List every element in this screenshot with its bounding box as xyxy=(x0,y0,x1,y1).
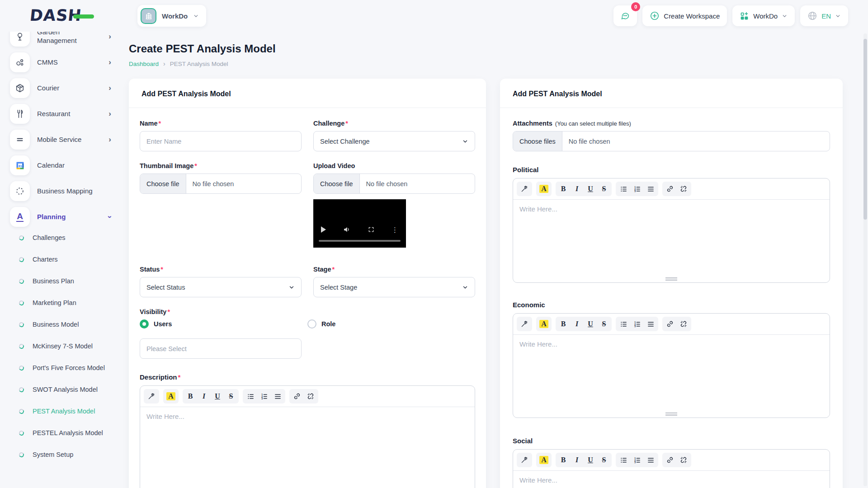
magic-wand-icon[interactable] xyxy=(145,390,158,403)
video-file-input[interactable]: Choose file No file chosen xyxy=(313,174,475,194)
editor-content[interactable]: Write Here... xyxy=(513,200,830,276)
apps-menu-button[interactable]: WorkDo xyxy=(732,5,795,26)
magic-wand-icon[interactable] xyxy=(518,183,531,195)
unlink-icon[interactable] xyxy=(677,183,690,195)
visibility-users-option[interactable]: Users xyxy=(140,319,307,328)
sidebar-item-calendar[interactable]: 31 Calendar xyxy=(10,155,122,176)
attachments-file-input[interactable]: Choose files No file chosen xyxy=(513,131,830,151)
magic-wand-icon[interactable] xyxy=(518,318,531,330)
unlink-icon[interactable] xyxy=(677,454,690,466)
align-icon[interactable] xyxy=(644,183,657,195)
messages-button[interactable]: 0 xyxy=(613,5,637,26)
radio-unselected-icon[interactable] xyxy=(307,319,316,328)
stage-select[interactable]: Select Stage xyxy=(313,277,475,297)
editor-resize-handle[interactable] xyxy=(513,411,830,418)
choose-file-button[interactable]: Choose file xyxy=(314,174,360,193)
unordered-list-icon[interactable] xyxy=(244,390,257,403)
italic-icon[interactable]: I xyxy=(197,390,211,403)
visibility-users-select[interactable] xyxy=(140,338,302,359)
volume-icon[interactable] xyxy=(343,225,351,234)
highlight-icon[interactable]: A xyxy=(537,183,551,195)
choose-file-button[interactable]: Choose file xyxy=(140,174,186,193)
magic-wand-icon[interactable] xyxy=(518,454,531,466)
unlink-icon[interactable] xyxy=(304,390,317,403)
sidebar-item-cmms[interactable]: CMMS › xyxy=(10,52,122,73)
strikethrough-icon[interactable]: S xyxy=(224,390,238,403)
italic-icon[interactable]: I xyxy=(570,183,584,195)
link-icon[interactable] xyxy=(663,454,677,466)
sidebar-item-marketing-plan[interactable]: Marketing Plan xyxy=(10,297,122,308)
sidebar-item-business-mapping[interactable]: Business Mapping xyxy=(10,181,122,202)
status-select[interactable]: Select Status xyxy=(140,277,302,297)
editor-content[interactable]: Write Here... xyxy=(140,407,475,488)
radio-selected-icon[interactable] xyxy=(140,319,149,328)
video-player[interactable]: ⋮ xyxy=(313,199,406,248)
video-progress-bar[interactable] xyxy=(319,240,401,242)
strikethrough-icon[interactable]: S xyxy=(597,183,611,195)
unlink-icon[interactable] xyxy=(677,318,690,330)
unordered-list-icon[interactable] xyxy=(617,318,630,330)
align-icon[interactable] xyxy=(644,318,657,330)
breadcrumb-dashboard-link[interactable]: Dashboard xyxy=(129,61,159,67)
menu-icon[interactable]: ⋮ xyxy=(392,226,398,233)
visibility-role-option[interactable]: Role xyxy=(307,319,475,328)
sidebar-item-courier[interactable]: Courier › xyxy=(10,78,122,99)
align-icon[interactable] xyxy=(271,390,284,403)
bold-icon[interactable]: B xyxy=(557,183,570,195)
ordered-list-icon[interactable]: 1 2 3 xyxy=(257,390,271,403)
sidebar-item-business-plan[interactable]: Business Plan xyxy=(10,276,122,286)
language-selector[interactable]: EN xyxy=(800,5,848,26)
link-icon[interactable] xyxy=(290,390,304,403)
editor-content[interactable]: Write Here... xyxy=(513,335,830,411)
editor-resize-handle[interactable] xyxy=(513,276,830,282)
sidebar-item-planning[interactable]: A Planning › xyxy=(10,206,122,227)
play-icon[interactable] xyxy=(321,226,326,233)
sidebar-item-restaurant[interactable]: Restaurant › xyxy=(10,103,122,124)
editor-content[interactable]: Write Here... xyxy=(513,471,830,488)
fullscreen-icon[interactable] xyxy=(368,226,375,233)
bold-icon[interactable]: B xyxy=(557,318,570,330)
ordered-list-icon[interactable]: 1 2 3 xyxy=(630,183,644,195)
sidebar-item-swot-analysis-model[interactable]: SWOT Analysis Model xyxy=(10,384,122,395)
sidebar-item-mckinsey-7-s-model[interactable]: McKinsey 7-S Model xyxy=(10,341,122,352)
align-icon[interactable] xyxy=(644,454,657,466)
create-workspace-button[interactable]: Create Workspace xyxy=(642,5,727,26)
italic-icon[interactable]: I xyxy=(570,318,584,330)
sidebar-item-garden-management[interactable]: Garden Management › xyxy=(10,32,122,47)
workspace-switcher[interactable]: WorkDo xyxy=(137,5,206,27)
bold-icon[interactable]: B xyxy=(557,454,570,466)
sidebar-item-system-setup[interactable]: System Setup xyxy=(10,449,122,460)
bold-icon[interactable]: B xyxy=(184,390,197,403)
unordered-list-icon[interactable] xyxy=(617,454,630,466)
sidebar-item-challenges[interactable]: Challenges xyxy=(10,232,122,243)
dash-logo[interactable]: DASH xyxy=(30,6,89,25)
strikethrough-icon[interactable]: S xyxy=(597,318,611,330)
link-icon[interactable] xyxy=(663,183,677,195)
underline-icon[interactable]: U xyxy=(584,183,597,195)
italic-icon[interactable]: I xyxy=(570,454,584,466)
scrollbar-thumb[interactable] xyxy=(863,39,867,220)
choose-files-button[interactable]: Choose files xyxy=(513,131,562,151)
sidebar-item-business-model[interactable]: Business Model xyxy=(10,319,122,330)
underline-icon[interactable]: U xyxy=(584,454,597,466)
name-input[interactable] xyxy=(140,131,302,151)
sidebar-item-port-s-five-forces-model[interactable]: Port's Five Forces Model xyxy=(10,362,122,373)
sidebar-item-pestel-analysis-model[interactable]: PESTEL Analysis Model xyxy=(10,427,122,438)
sidebar-item-pest-analysis-model[interactable]: PEST Analysis Model xyxy=(10,406,122,417)
highlight-icon[interactable]: A xyxy=(537,318,551,330)
challenge-select[interactable]: Select Challenge xyxy=(313,131,475,151)
ordered-list-icon[interactable]: 1 2 3 xyxy=(630,454,644,466)
link-icon[interactable] xyxy=(663,318,677,330)
chevron-right-icon: › xyxy=(108,135,111,144)
underline-icon[interactable]: U xyxy=(211,390,224,403)
underline-icon[interactable]: U xyxy=(584,318,597,330)
unordered-list-icon[interactable] xyxy=(617,183,630,195)
ordered-list-icon[interactable]: 1 2 3 xyxy=(630,318,644,330)
highlight-icon[interactable]: A xyxy=(537,454,551,466)
thumbnail-file-input[interactable]: Choose file No file chosen xyxy=(140,174,302,194)
strikethrough-icon[interactable]: S xyxy=(597,454,611,466)
sidebar-item-mobile-service[interactable]: Mobile Service › xyxy=(10,129,122,150)
sidebar-item-charters[interactable]: Charters xyxy=(10,254,122,265)
page-scrollbar[interactable] xyxy=(863,33,867,486)
highlight-icon[interactable]: A xyxy=(164,390,178,403)
